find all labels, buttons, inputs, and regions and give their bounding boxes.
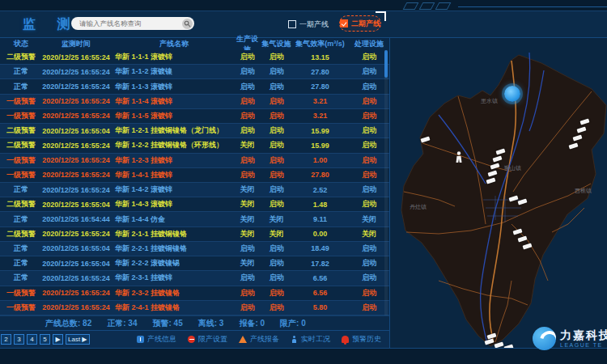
page-button[interactable]: 5: [40, 334, 50, 345]
line-name-cell: 华新 1-2-3 挂镀锌: [110, 155, 233, 166]
bottom-strip: [0, 349, 607, 364]
status-cell: 一级预警: [0, 303, 42, 313]
status-cell: 正常: [0, 273, 42, 283]
top-decoration-band: [0, 0, 607, 11]
gas-cell: 启动: [261, 273, 291, 283]
line-name-cell: 华新 1-1-4 滚镀锌: [110, 96, 233, 107]
time-cell: 2020/12/25 16:55:24: [42, 289, 110, 297]
footer-button-限产设置[interactable]: 限产设置: [188, 334, 227, 345]
summary-item: 离线: 3: [198, 318, 224, 329]
header-bar: 监 测 一期产线 二期产线: [0, 11, 607, 38]
time-cell: 2020/12/25 16:55:24: [42, 186, 110, 194]
footer-button-产线信息[interactable]: 产线信息: [137, 334, 176, 345]
search-icon[interactable]: [182, 19, 193, 29]
footer-button-预警历史[interactable]: 预警历史: [342, 334, 381, 345]
phase1-filter[interactable]: 一期产线: [288, 11, 329, 37]
table-scrollbar-track[interactable]: [384, 50, 388, 315]
treat-cell: 启动: [349, 258, 389, 269]
gas-cell: 启动: [261, 199, 291, 210]
line-name-cell: 华新 2-2-1 挂镀铜镍铬: [110, 243, 233, 254]
table-row[interactable]: 二级预警2020/12/25 16:55:04华新 1-2-1 挂镀铜镍铬（龙门…: [0, 124, 389, 138]
phase2-checkbox[interactable]: [340, 19, 348, 28]
prod-cell: 关闭: [233, 258, 261, 269]
treat-cell: 启动: [349, 170, 389, 180]
table-row[interactable]: 正常2020/12/25 16:55:24华新 1-1-3 滚镀锌启动启动27.…: [0, 79, 389, 94]
search-box: [71, 17, 194, 30]
treat-cell: 启动: [349, 82, 389, 92]
table-row[interactable]: 正常2020/12/25 16:55:04华新 2-2-1 挂镀铜镍铬启动启动1…: [0, 242, 389, 256]
footer-button-label: 产线信息: [147, 334, 176, 345]
column-header: 集气设施: [261, 38, 291, 50]
summary-item: 限产: 0: [280, 318, 306, 329]
table-row[interactable]: 正常2020/12/25 16:55:24华新 1-4-2 滚镀锌关闭启动2.5…: [0, 183, 389, 197]
last-page-button[interactable]: Last ▶: [66, 334, 90, 345]
time-cell: 2020/12/25 16:55:04: [42, 244, 110, 252]
efficiency-cell: 3.21: [291, 97, 349, 105]
prod-cell: 启动: [233, 111, 261, 121]
selected-site-marker[interactable]: [504, 86, 520, 102]
treat-cell: 启动: [349, 96, 389, 107]
status-cell: 正常: [0, 82, 42, 92]
prod-cell: 关闭: [233, 214, 261, 225]
efficiency-cell: 15.99: [291, 127, 349, 135]
treat-cell: 启动: [349, 111, 389, 121]
town-label: 西樵镇: [575, 187, 592, 195]
page-button[interactable]: 2: [1, 334, 11, 345]
district-map[interactable]: 里水镇狮山镇丹灶镇西樵镇: [390, 38, 607, 348]
table-row[interactable]: 一级预警2020/12/25 16:55:24华新 1-4-1 挂镀锌启动启动2…: [0, 168, 389, 183]
table-row[interactable]: 正常2020/12/25 16:54:44华新 1-4-4 仿金关闭关闭9.11…: [0, 212, 389, 226]
efficiency-cell: 27.80: [291, 171, 349, 179]
time-cell: 2020/12/25 16:55:24: [42, 274, 110, 282]
line-name-cell: 华新 2-2-2 滚镀镍锡: [110, 258, 233, 269]
search-input[interactable]: [71, 19, 182, 28]
table-row[interactable]: 二级预警2020/12/25 16:55:04华新 1-4-3 滚镀锌关闭启动1…: [0, 197, 389, 212]
table-row[interactable]: 二级预警2020/12/25 16:55:24华新 1-1-1 滚镀锌启动启动1…: [0, 50, 389, 65]
column-header: 状态: [0, 38, 42, 50]
efficiency-cell: 27.80: [291, 68, 349, 76]
prod-cell: 启动: [233, 170, 261, 180]
line-name-cell: 华新 1-1-3 滚镀锌: [110, 82, 233, 92]
line-name-cell: 华新 2-3-1 挂镀锌: [110, 273, 233, 283]
table-row[interactable]: 二级预警2020/12/25 16:55:24华新 1-2-2 挂镀铜镍铬（环形…: [0, 138, 389, 153]
table-scrollbar-thumb[interactable]: [384, 50, 388, 78]
time-cell: 2020/12/25 16:55:24: [42, 156, 110, 164]
summary-item: 产线总数: 82: [45, 318, 91, 329]
table-row[interactable]: 一级预警2020/12/25 16:55:24华新 1-2-3 挂镀锌启动启动1…: [0, 154, 389, 168]
treat-cell: 启动: [349, 52, 389, 62]
gas-cell: 关闭: [261, 229, 291, 239]
next-page-button[interactable]: ▶: [53, 334, 63, 345]
phase1-checkbox[interactable]: [288, 20, 296, 28]
prod-cell: 关闭: [233, 140, 261, 150]
page-button[interactable]: 4: [27, 334, 37, 345]
footer-button-产线报备[interactable]: 产线报备: [239, 334, 279, 345]
summary-item: 正常: 34: [107, 318, 137, 329]
table-row[interactable]: 一级预警2020/12/25 16:55:24华新 2-3-2 挂镀镍铬启动启动…: [0, 286, 389, 301]
status-cell: 二级预警: [0, 125, 42, 136]
column-header: 生产设施: [233, 38, 261, 50]
table-row[interactable]: 一级预警2020/12/25 16:55:24华新 1-1-4 滚镀锌启动启动3…: [0, 95, 389, 109]
prod-cell: 关闭: [233, 184, 261, 195]
status-cell: 正常: [0, 258, 42, 269]
table-row[interactable]: 正常2020/12/25 16:55:24华新 1-1-2 滚镀镍启动启动27.…: [0, 65, 389, 79]
treat-cell: 关闭: [349, 229, 389, 239]
corner-bracket-decoration: [376, 11, 386, 21]
table-row[interactable]: 二级预警2020/12/25 16:55:24华新 2-1-1 挂镀铜镍铬关闭关…: [0, 227, 389, 242]
gas-cell: 启动: [261, 66, 291, 77]
footer-button-实时工况[interactable]: 实时工况: [291, 334, 330, 345]
table-footer-bar: 2345▶Last ▶ 产线信息限产设置产线报备实时工况预警历史: [0, 330, 389, 348]
table-row[interactable]: 一级预警2020/12/25 16:55:24华新 1-1-5 滚镀锌启动启动3…: [0, 109, 389, 124]
table-row[interactable]: 正常2020/12/25 16:55:04华新 2-2-2 滚镀镍锡关闭启动17…: [0, 256, 389, 271]
table-row[interactable]: 一级预警2020/12/25 16:55:24华新 2-4-1 挂镀镍铬启动启动…: [0, 301, 389, 315]
table-row[interactable]: 正常2020/12/25 16:55:24华新 2-3-1 挂镀锌启动启动6.5…: [0, 271, 389, 286]
town-label: 狮山镇: [504, 164, 521, 172]
monitor-table-panel: 状态监测时间产线名称生产设施集气设施集气效率(m³/s)处理设施 二级预警202…: [0, 38, 390, 348]
treat-cell: 启动: [349, 66, 389, 77]
page-button[interactable]: 3: [14, 334, 24, 345]
time-cell: 2020/12/25 16:55:24: [42, 83, 110, 91]
time-cell: 2020/12/25 16:55:24: [42, 97, 110, 105]
gas-cell: 启动: [261, 170, 291, 180]
info-icon: [137, 336, 144, 343]
table-body: 二级预警2020/12/25 16:55:24华新 1-1-1 滚镀锌启动启动1…: [0, 50, 389, 315]
efficiency-cell: 3.21: [291, 112, 349, 120]
time-cell: 2020/12/25 16:55:24: [42, 112, 110, 120]
